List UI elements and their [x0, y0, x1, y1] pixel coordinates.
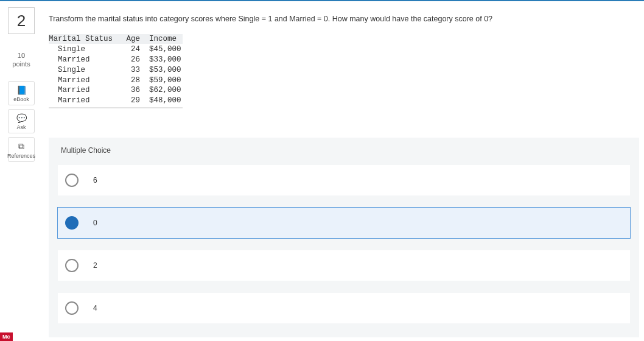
ebook-label: eBook [13, 96, 29, 102]
question-number: 2 [17, 12, 26, 30]
multiple-choice-block: Multiple Choice 6024 [49, 138, 639, 337]
sidebar: 2 10 points 📘 eBook 💬 Ask ⧉ References [0, 1, 43, 341]
points: 10 points [12, 51, 30, 69]
radio-icon [65, 301, 79, 315]
choice-label: 4 [93, 304, 97, 312]
choice-option[interactable]: 0 [57, 207, 631, 239]
references-button[interactable]: ⧉ References [8, 137, 35, 162]
book-icon: 📘 [16, 85, 27, 95]
chat-icon: 💬 [16, 113, 27, 123]
choice-label: 0 [93, 219, 97, 227]
points-value: 10 [12, 51, 30, 60]
radio-icon [65, 259, 79, 272]
copy-icon: ⧉ [18, 141, 24, 152]
choice-option[interactable]: 6 [57, 164, 631, 196]
data-table: Marital Status Age Income Single 24 $45,… [49, 34, 183, 108]
radio-icon [65, 174, 79, 187]
choice-option[interactable]: 2 [57, 250, 631, 281]
ebook-button[interactable]: 📘 eBook [8, 81, 35, 105]
question-prompt: Transform the marital status into catego… [49, 15, 639, 23]
mc-title: Multiple Choice [61, 146, 631, 155]
ask-label: Ask [16, 124, 26, 130]
brand-badge: Mc [0, 332, 13, 341]
main-content: Transform the marital status into catego… [43, 1, 644, 341]
radio-icon [65, 216, 79, 230]
points-label: points [12, 60, 30, 68]
references-label: References [7, 153, 35, 159]
choice-label: 2 [93, 261, 97, 270]
question-number-box: 2 [8, 7, 35, 34]
ask-button[interactable]: 💬 Ask [8, 109, 35, 133]
choice-option[interactable]: 4 [57, 292, 631, 324]
choice-label: 6 [93, 176, 97, 185]
